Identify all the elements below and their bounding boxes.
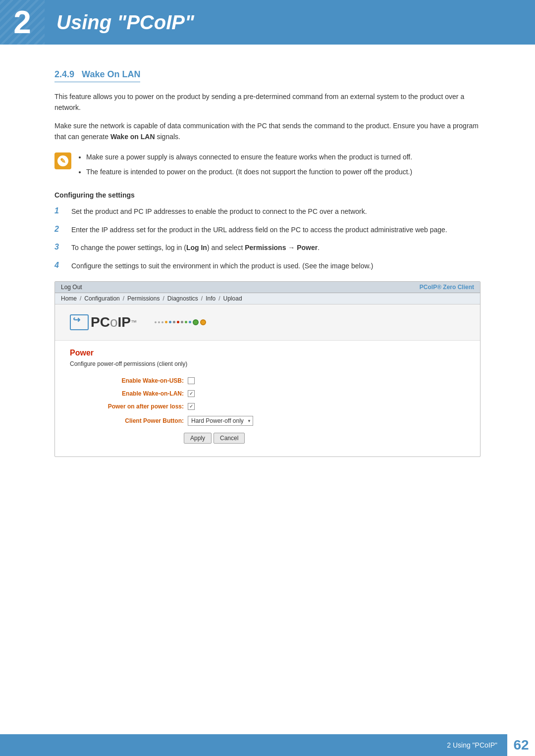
step-item-1: 1 Set the product and PC IP addresses to… — [54, 206, 481, 217]
power-button-select-wrapper: Hard Power-off only — [188, 416, 253, 426]
step-number-3: 3 — [54, 243, 64, 252]
footer: 2 Using "PCoIP" 62 — [0, 734, 535, 756]
step-item-2: 2 Enter the IP address set for the produ… — [54, 224, 481, 235]
nav-sep-4: / — [201, 295, 203, 302]
wake-usb-checkbox[interactable] — [188, 377, 195, 384]
power-button-select[interactable]: Hard Power-off only — [188, 416, 253, 426]
step-text-3: To change the power settings, log in (Lo… — [71, 242, 320, 253]
web-content: Power Configure power-off permissions (c… — [55, 341, 480, 456]
power-loss-checkbox[interactable] — [188, 403, 195, 410]
wake-on-lan-bold: Wake on LAN — [110, 133, 155, 141]
step3-login: Log In — [186, 244, 207, 252]
note-bullets: Make sure a power supply is always conne… — [77, 151, 412, 182]
step-text-1: Set the product and PC IP addresses to e… — [71, 206, 367, 217]
step3-prefix: To change the power settings, log in ( — [71, 244, 186, 252]
footer-text: 2 Using "PCoIP" — [447, 741, 497, 749]
note-box: ✎ Make sure a power supply is always con… — [54, 151, 481, 182]
nav-sep-2: / — [123, 295, 124, 302]
step-item-3: 3 To change the power settings, log in (… — [54, 242, 481, 253]
web-nav-info[interactable]: Info — [206, 295, 215, 302]
web-nav-top: Log Out PCoIP® Zero Client — [55, 282, 480, 293]
cancel-button[interactable]: Cancel — [214, 433, 245, 444]
nav-sep-3: / — [162, 295, 164, 302]
web-logo-area: ↪ PC o IP ™ — [55, 304, 480, 341]
chapter-number: 2 — [13, 4, 31, 41]
main-content: 2.4.9 Wake On LAN This feature allows yo… — [0, 45, 535, 502]
screenshot-box: Log Out PCoIP® Zero Client Home / Config… — [54, 281, 481, 457]
form-row-wake-lan: Enable Wake-on-LAN: — [85, 390, 450, 397]
power-button-label: Client Power Button: — [85, 417, 184, 424]
step-item-4: 4 Configure the settings to suit the env… — [54, 260, 481, 271]
config-heading: Configuring the settings — [54, 191, 481, 199]
web-nav-permissions[interactable]: Permissions — [127, 295, 160, 302]
web-buttons: Apply Cancel — [184, 433, 450, 444]
web-power-heading: Power — [70, 349, 465, 357]
section-title: Wake On LAN — [82, 69, 140, 79]
web-nav-menu: Home / Configuration / Permissions / Dia… — [55, 293, 480, 304]
web-form: Enable Wake-on-USB: Enable Wake-on-LAN: … — [70, 377, 465, 444]
intro2-end: signals. — [155, 133, 180, 141]
nav-sep-1: / — [80, 295, 81, 302]
footer-page-box: 62 — [507, 734, 535, 756]
form-row-wake-usb: Enable Wake-on-USB: — [85, 377, 450, 384]
pcoip-logo: ↪ PC o IP ™ — [70, 314, 137, 330]
apply-button[interactable]: Apply — [184, 433, 212, 444]
step-number-4: 4 — [54, 261, 64, 270]
power-loss-label: Power on after power loss: — [85, 403, 184, 410]
step-text-4: Configure the settings to suit the envir… — [71, 260, 373, 271]
step-text-2: Enter the IP address set for the product… — [71, 224, 447, 235]
web-nav-home[interactable]: Home — [61, 295, 77, 302]
note-icon-inner: ✎ — [57, 155, 68, 166]
nav-sep-5: / — [218, 295, 220, 302]
note-icon: ✎ — [54, 152, 71, 169]
note-item-1: Make sure a power supply is always conne… — [86, 151, 412, 162]
step3-power: Power — [297, 244, 318, 252]
footer-page-number: 62 — [513, 737, 529, 753]
step-number-1: 1 — [54, 206, 64, 215]
web-nav-diagnostics[interactable]: Diagnostics — [167, 295, 198, 302]
steps-list: 1 Set the product and PC IP addresses to… — [54, 206, 481, 271]
step-number-2: 2 — [54, 225, 64, 234]
step3-middle: ) and select — [207, 244, 245, 252]
web-nav-configuration[interactable]: Configuration — [84, 295, 119, 302]
note-item-2: The feature is intended to power on the … — [86, 166, 412, 177]
web-nav-logout: Log Out — [61, 284, 82, 291]
header-banner: 2 Using "PCoIP" — [0, 0, 535, 45]
chapter-title: Using "PCoIP" — [56, 11, 194, 34]
wake-lan-label: Enable Wake-on-LAN: — [85, 390, 184, 397]
section-heading: 2.4.9 Wake On LAN — [54, 69, 140, 82]
intro-paragraph-1: This feature allows you to power on the … — [54, 91, 481, 113]
web-nav-upload[interactable]: Upload — [223, 295, 242, 302]
chapter-number-box: 2 — [0, 0, 45, 45]
intro-paragraph-2: Make sure the network is capable of data… — [54, 120, 481, 143]
step3-permissions: Permissions — [245, 244, 286, 252]
web-nav-brand: PCoIP® Zero Client — [420, 284, 474, 291]
form-row-power-loss: Power on after power loss: — [85, 403, 450, 410]
wake-lan-checkbox[interactable] — [188, 390, 195, 397]
step3-suffix: . — [318, 244, 320, 252]
section-number: 2.4.9 — [54, 69, 74, 79]
logo-dots — [155, 319, 206, 325]
step3-arrow: → — [286, 244, 297, 252]
form-row-power-button: Client Power Button: Hard Power-off only — [85, 416, 450, 426]
wake-usb-label: Enable Wake-on-USB: — [85, 377, 184, 384]
web-power-desc: Configure power-off permissions (client … — [70, 360, 465, 367]
